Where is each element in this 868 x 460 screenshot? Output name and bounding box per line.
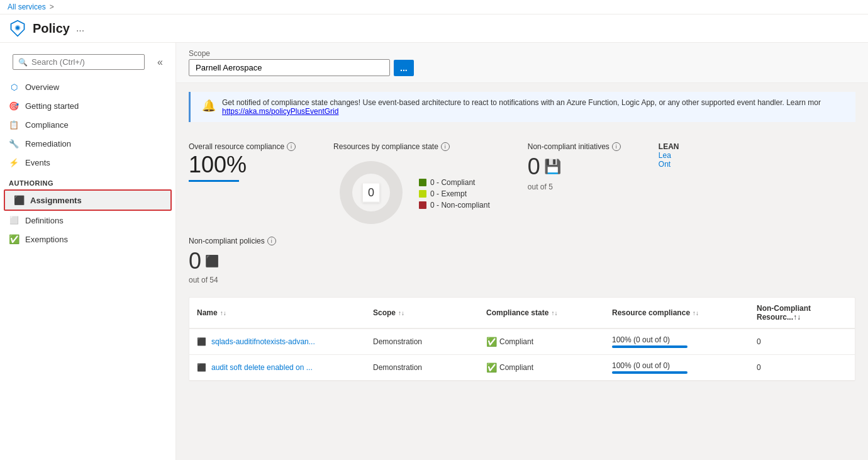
non-compliant-resources-label: Non-Compliant Resourc...↑↓: [757, 304, 855, 322]
sidebar-item-label-events: Events: [25, 158, 50, 167]
resources-state-info-icon[interactable]: i: [441, 142, 450, 151]
banner-content: Get notified of compliance state changes…: [222, 98, 821, 116]
compliance-icon: 📋: [9, 120, 19, 130]
exempt-label: 0 - Exempt: [430, 189, 467, 198]
resources-by-state-block: Resources by compliance state i 0: [333, 142, 490, 230]
sidebar-item-overview[interactable]: ⬡ Overview: [0, 77, 175, 96]
row1-name-link[interactable]: sqlads-auditifnotexists-advan...: [211, 337, 315, 346]
th-resource-compliance[interactable]: Resource compliance ↑↓: [604, 298, 749, 328]
policies-value-row: 0 ⬛: [189, 248, 855, 274]
learn-link[interactable]: Lea: [659, 151, 679, 160]
banner-link[interactable]: https://aka.ms/policyPlusEventGrid: [222, 107, 338, 116]
progress-fill-2: [612, 371, 687, 374]
compliance-state-1: Compliant: [499, 337, 533, 346]
scope-bar: Scope ...: [176, 43, 868, 83]
td-name-1: ⬛ sqlads-auditifnotexists-advan...: [189, 329, 365, 354]
sidebar-item-assignments[interactable]: ⬛ Assignments: [5, 191, 170, 210]
app-title: Policy: [33, 21, 70, 36]
getting-started-icon: 🎯: [9, 101, 19, 111]
exemptions-icon: ✅: [9, 234, 19, 244]
all-services-link[interactable]: All services: [8, 3, 46, 11]
events-icon: ⚡: [9, 157, 19, 167]
initiatives-label: Non-compliant initiatives i: [528, 142, 621, 151]
overall-compliance-info-icon[interactable]: i: [287, 142, 296, 151]
table-row: ⬛ audit soft delete enabled on ... Demon…: [189, 355, 855, 381]
overall-compliance-block: Overall resource compliance i 100%: [189, 142, 296, 182]
th-non-compliant-resources[interactable]: Non-Compliant Resourc...↑↓: [749, 298, 862, 328]
th-compliance-state[interactable]: Compliance state ↑↓: [479, 298, 604, 328]
initiatives-value: 0: [528, 154, 540, 180]
svg-point-2: [16, 26, 19, 30]
td-resource-compliance-1: 100% (0 out of 0): [604, 329, 749, 354]
progress-bar-1: [612, 345, 687, 348]
scope-sort-icon: ↑↓: [398, 310, 404, 317]
breadcrumb-chevron: >: [50, 3, 54, 11]
initiatives-out-of: out of 5: [528, 182, 621, 191]
top-bar: All services >: [0, 0, 868, 14]
stats-section: Overall resource compliance i 100% Resou…: [176, 131, 868, 237]
sidebar-item-compliance[interactable]: 📋 Compliance: [0, 115, 175, 134]
policies-icon: ⬛: [205, 254, 219, 268]
sidebar-item-remediation[interactable]: 🔧 Remediation: [0, 134, 175, 153]
initiatives-info-icon[interactable]: i: [612, 142, 621, 151]
remediation-icon: 🔧: [9, 138, 19, 149]
scope-input[interactable]: [189, 59, 390, 76]
sidebar-item-label-exemptions: Exemptions: [25, 235, 68, 244]
sidebar-collapse-button[interactable]: «: [151, 57, 169, 68]
compliance-state-2: Compliant: [499, 363, 533, 372]
compliant-icon-2: ✅: [486, 362, 497, 373]
sidebar-item-events[interactable]: ⚡ Events: [0, 153, 175, 172]
main-content: Scope ... 🔔 Get notified of compliance s…: [176, 43, 868, 460]
td-scope-1: Demonstration: [365, 329, 479, 354]
learn-block: LEAN Lea Ont: [659, 142, 679, 169]
row1-icon: ⬛: [197, 337, 206, 346]
compliance-state-sort-icon: ↑↓: [551, 310, 557, 317]
initiatives-value-row: 0 💾: [528, 154, 621, 180]
compliant-label: 0 - Compliant: [430, 178, 475, 187]
td-name-2: ⬛ audit soft delete enabled on ...: [189, 355, 365, 380]
main-layout: 🔍 « ⬡ Overview 🎯 Getting started 📋 Compl…: [0, 43, 868, 460]
overall-compliance-label: Overall resource compliance i: [189, 142, 296, 151]
assignments-selected-border: ⬛ Assignments: [4, 189, 172, 211]
policies-value: 0: [189, 248, 201, 274]
td-scope-2: Demonstration: [365, 355, 479, 380]
banner-text: Get notified of compliance state changes…: [222, 98, 821, 107]
scope-label: Scope: [189, 49, 855, 58]
search-wrapper[interactable]: 🔍: [13, 54, 145, 70]
td-non-compliant-1: 0: [749, 329, 862, 354]
definitions-icon: ⬜: [9, 215, 19, 225]
th-name[interactable]: Name ↑↓: [189, 298, 365, 328]
th-non-cor[interactable]: Non-cor: [862, 298, 868, 328]
row2-name-link[interactable]: audit soft delete enabled on ...: [211, 363, 313, 372]
sidebar-item-label-compliance: Compliance: [25, 120, 69, 130]
sidebar-item-label-remediation: Remediation: [25, 139, 71, 149]
banner-icon: 🔔: [202, 99, 216, 113]
resources-by-state-label: Resources by compliance state i: [333, 142, 490, 151]
td-compliance-state-2: ✅ Compliant: [479, 355, 604, 380]
scope-browse-button[interactable]: ...: [394, 60, 414, 76]
progress-bar-container-2: 100% (0 out of 0): [612, 361, 687, 374]
sidebar-search-row: 🔍 «: [0, 48, 175, 77]
overview-icon: ⬡: [9, 82, 19, 92]
chart-legend: 0 - Compliant 0 - Exempt 0 - Non-complia…: [419, 178, 490, 210]
th-scope[interactable]: Scope ↑↓: [365, 298, 479, 328]
table-row: ⬛ sqlads-auditifnotexists-advan... Demon…: [189, 329, 855, 355]
policies-info-icon[interactable]: i: [267, 237, 276, 245]
search-input[interactable]: [31, 57, 139, 67]
legend-compliant: 0 - Compliant: [419, 178, 490, 187]
policies-label: Non-compliant policies i: [189, 237, 855, 245]
app-header: Policy ...: [0, 14, 868, 43]
scope-input-wrapper: ...: [189, 59, 855, 76]
td-non-cor-1: 0: [862, 329, 868, 354]
ont-link[interactable]: Ont: [659, 160, 679, 169]
sidebar-item-definitions[interactable]: ⬜ Definitions: [0, 211, 175, 230]
exempt-dot: [419, 190, 426, 198]
sidebar-item-getting-started[interactable]: 🎯 Getting started: [0, 96, 175, 115]
sidebar-item-exemptions[interactable]: ✅ Exemptions: [0, 230, 175, 249]
td-non-compliant-2: 0: [749, 355, 862, 380]
non-compliant-initiatives-block: Non-compliant initiatives i 0 💾 out of 5: [528, 142, 621, 191]
compliant-icon-1: ✅: [486, 337, 497, 347]
row2-icon: ⬛: [197, 363, 206, 372]
app-menu-button[interactable]: ...: [76, 23, 84, 34]
name-sort-icon: ↑↓: [220, 310, 226, 317]
